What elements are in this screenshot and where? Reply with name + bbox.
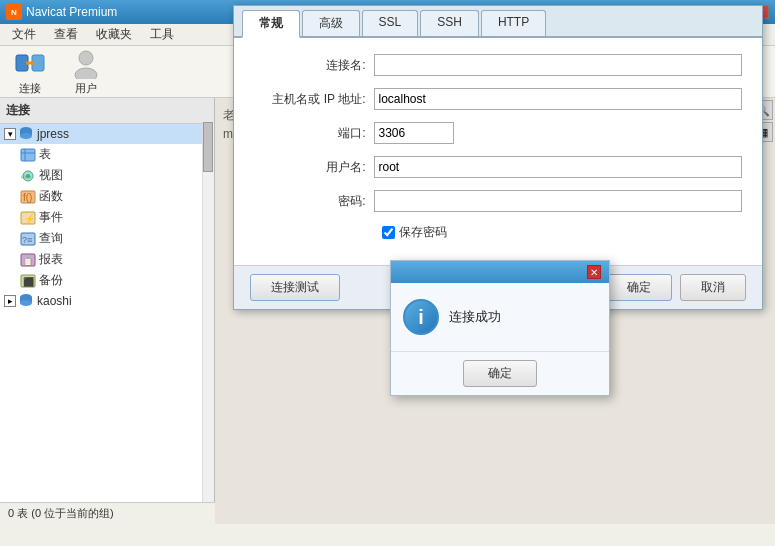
row-port: 端口:	[254, 122, 742, 144]
dialog-form: 连接名: 主机名或 IP 地址: 端口: 用户名: 密码: 保存密码	[234, 38, 762, 265]
tree-label-table: 表	[39, 146, 51, 163]
input-port[interactable]	[374, 122, 454, 144]
status-bar: 0 表 (0 位于当前的组)	[0, 502, 215, 524]
tree-label-func: 函数	[39, 188, 63, 205]
svg-rect-10	[21, 149, 35, 161]
row-password: 密码:	[254, 190, 742, 212]
tree-item-view[interactable]: ∞∞ 视图	[0, 165, 214, 186]
svg-text:f(): f()	[23, 192, 32, 203]
success-popup: ✕ i 连接成功 确定	[390, 260, 610, 396]
tree-item-func[interactable]: f() 函数	[0, 186, 214, 207]
svg-point-5	[79, 51, 93, 65]
test-connection-button[interactable]: 连接测试	[250, 274, 340, 301]
tab-http[interactable]: HTTP	[481, 10, 546, 36]
row-connection-name: 连接名:	[254, 54, 742, 76]
db-icon-jpress	[18, 126, 34, 142]
tree-item-query[interactable]: ?≡ 查询	[0, 228, 214, 249]
menu-file[interactable]: 文件	[4, 24, 44, 45]
view-icon: ∞∞	[20, 168, 36, 184]
label-connection-name: 连接名:	[254, 57, 374, 74]
user-icon	[70, 47, 102, 79]
tree-label-kaoshi: kaoshi	[37, 294, 72, 308]
svg-text:?≡: ?≡	[22, 235, 32, 245]
popup-ok-button[interactable]: 确定	[463, 360, 537, 387]
tree-label-view: 视图	[39, 167, 63, 184]
app-icon: N	[6, 4, 22, 20]
db-icon-kaoshi	[18, 293, 34, 309]
checkbox-save-password[interactable]	[382, 226, 395, 239]
svg-point-3	[26, 61, 30, 65]
tab-ssh[interactable]: SSH	[420, 10, 479, 36]
row-username: 用户名:	[254, 156, 742, 178]
event-icon: ⚡	[20, 210, 36, 226]
svg-text:📋: 📋	[23, 256, 33, 266]
query-icon: ?≡	[20, 231, 36, 247]
svg-text:⚡: ⚡	[24, 213, 36, 225]
label-save-password: 保存密码	[399, 224, 447, 241]
label-port: 端口:	[254, 125, 374, 142]
tree-label-event: 事件	[39, 209, 63, 226]
row-save-password: 保存密码	[382, 224, 742, 241]
tab-advanced[interactable]: 高级	[302, 10, 360, 36]
label-password: 密码:	[254, 193, 374, 210]
input-host[interactable]	[374, 88, 742, 110]
svg-point-4	[30, 61, 34, 65]
tree-item-kaoshi[interactable]: ▸ kaoshi	[0, 291, 214, 311]
sidebar-scrollbar[interactable]	[202, 122, 214, 502]
tree-label-query: 查询	[39, 230, 63, 247]
user-label: 用户	[75, 81, 97, 96]
svg-text:∞∞: ∞∞	[21, 173, 31, 180]
popup-info-icon: i	[403, 299, 439, 335]
tree-expand-kaoshi[interactable]: ▸	[4, 295, 16, 307]
tree-item-jpress[interactable]: ▾ jpress	[0, 124, 214, 144]
svg-point-6	[75, 68, 97, 79]
popup-title-bar: ✕	[391, 261, 609, 283]
dialog-tab-bar: 常规 高级 SSL SSH HTTP	[234, 6, 762, 38]
tree-label-backup: 备份	[39, 272, 63, 289]
svg-point-28	[20, 300, 32, 306]
popup-message: 连接成功	[449, 308, 501, 326]
cancel-button[interactable]: 取消	[680, 274, 746, 301]
sidebar-section-label: 连接	[0, 98, 214, 124]
table-icon	[20, 147, 36, 163]
tree-label-jpress: jpress	[37, 127, 69, 141]
connect-icon	[14, 47, 46, 79]
footer-right-buttons: 确定 取消	[606, 274, 746, 301]
input-password[interactable]	[374, 190, 742, 212]
ok-button[interactable]: 确定	[606, 274, 672, 301]
tree-item-event[interactable]: ⚡ 事件	[0, 207, 214, 228]
toolbar-user[interactable]: 用户	[64, 45, 108, 98]
label-host: 主机名或 IP 地址:	[254, 91, 374, 108]
toolbar-connect[interactable]: 连接	[8, 45, 52, 98]
popup-close-button[interactable]: ✕	[587, 265, 601, 279]
input-username[interactable]	[374, 156, 742, 178]
popup-body: i 连接成功	[391, 283, 609, 351]
tab-ssl[interactable]: SSL	[362, 10, 419, 36]
report-icon: 📋	[20, 252, 36, 268]
svg-point-9	[20, 133, 32, 139]
tree-label-report: 报表	[39, 251, 63, 268]
menu-tools[interactable]: 工具	[142, 24, 182, 45]
popup-footer: 确定	[391, 351, 609, 395]
menu-favorites[interactable]: 收藏夹	[88, 24, 140, 45]
svg-text:⬛: ⬛	[23, 276, 35, 288]
label-username: 用户名:	[254, 159, 374, 176]
scrollbar-thumb[interactable]	[203, 122, 213, 172]
tree-item-table[interactable]: 表	[0, 144, 214, 165]
input-connection-name[interactable]	[374, 54, 742, 76]
menu-view[interactable]: 查看	[46, 24, 86, 45]
tree-item-report[interactable]: 📋 报表	[0, 249, 214, 270]
sidebar: 连接 ▾ jpress	[0, 98, 215, 524]
tree-expand-jpress[interactable]: ▾	[4, 128, 16, 140]
func-icon: f()	[20, 189, 36, 205]
tree-item-backup[interactable]: ⬛ 备份	[0, 270, 214, 291]
backup-icon: ⬛	[20, 273, 36, 289]
tab-general[interactable]: 常规	[242, 10, 300, 38]
row-host: 主机名或 IP 地址:	[254, 88, 742, 110]
sidebar-tree: 连接 ▾ jpress	[0, 98, 214, 502]
connect-label: 连接	[19, 81, 41, 96]
status-text: 0 表 (0 位于当前的组)	[8, 506, 114, 521]
